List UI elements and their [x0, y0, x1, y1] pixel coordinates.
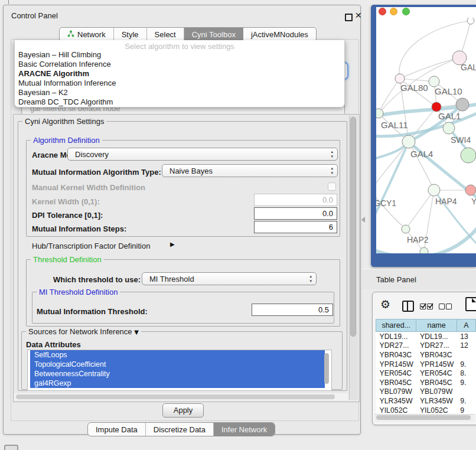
apply-button[interactable]: Apply: [162, 403, 204, 418]
table-cell: YER054C: [416, 369, 457, 378]
node-label: GAL10: [435, 86, 462, 96]
table-hscrollbar-thumb[interactable]: [376, 415, 471, 420]
node-label: HAP4: [435, 197, 457, 206]
algorithm-option[interactable]: Mutual Information Inference: [18, 79, 341, 88]
table-row[interactable]: YDR27...YDR27...12: [376, 341, 476, 351]
spinner-arrows-icon: ▴▾: [309, 274, 312, 283]
tab-network[interactable]: Network: [60, 28, 114, 41]
threshold-definition-title: Threshold Definition: [31, 255, 104, 264]
network-node[interactable]: [402, 135, 415, 148]
network-node[interactable]: [465, 185, 476, 195]
dpi-tolerance-label: DPI Tolerance [0,1]:: [32, 211, 103, 220]
minimize-traffic-light-icon[interactable]: [390, 8, 397, 15]
algorithm-option[interactable]: ARACNE Algorithm: [18, 69, 341, 79]
table-panel-title: Table Panel: [376, 275, 416, 284]
table-cell: YDL19...: [376, 332, 416, 341]
document-icon[interactable]: [465, 297, 476, 311]
close-traffic-light-icon[interactable]: [379, 8, 386, 15]
table-row[interactable]: YER054CYER054C8.: [376, 369, 476, 378]
algorithm-option[interactable]: Basic Correlation Inference: [18, 60, 341, 69]
node-attribute-table[interactable]: shared...nameAYDL19...YDL19...13YDR27...…: [376, 319, 476, 414]
mi-type-combobox[interactable]: Naive Bayes ▴▾: [162, 164, 338, 177]
column-header[interactable]: shared...: [376, 319, 416, 332]
tab-label: Cyni Toolbox: [192, 30, 236, 39]
network-node[interactable]: [443, 122, 455, 134]
table-row[interactable]: YIL052CYIL052C9: [376, 406, 476, 414]
tab-infer-network[interactable]: Infer Network: [214, 423, 275, 436]
node-label: GAL4: [410, 149, 433, 159]
table-cell: YDR27...: [416, 341, 457, 351]
gear-icon[interactable]: ⚙: [380, 298, 390, 311]
network-node[interactable]: [456, 98, 469, 111]
table-row[interactable]: YBR043CYBR043C: [376, 350, 476, 360]
data-attributes-list[interactable]: SelfLoopsTopologicalCoefficientBetweenne…: [27, 350, 332, 391]
mi-threshold-field[interactable]: [252, 304, 333, 316]
attribute-list-item[interactable]: BetweennessCentrality: [30, 369, 325, 379]
zoom-traffic-light-icon[interactable]: [402, 8, 410, 15]
unchecked-checkbox-icon[interactable]: [439, 304, 445, 309]
table-row[interactable]: YBL079WYBL079W: [376, 387, 476, 397]
network-node[interactable]: [402, 225, 410, 233]
table-row[interactable]: YDL19...YDL19...13: [376, 332, 476, 341]
unchecked-checkbox-icon[interactable]: [446, 304, 452, 309]
kernel-width-field[interactable]: [254, 194, 337, 206]
float-window-icon[interactable]: [345, 14, 353, 21]
network-node[interactable]: [428, 184, 440, 196]
network-node[interactable]: [420, 247, 428, 253]
network-node[interactable]: [429, 76, 439, 87]
hub-definition-toggle[interactable]: Hub/Transcription Factor Definition: [32, 242, 150, 250]
sources-group-title[interactable]: Sources for Network Inference ▼: [26, 327, 141, 336]
table-row[interactable]: YPR145WYPR145W9.: [376, 360, 476, 369]
network-node[interactable]: [467, 18, 474, 24]
table-cell: YDL19...: [416, 332, 457, 341]
mi-steps-field[interactable]: [254, 221, 337, 233]
attribute-list-item[interactable]: SelfLoops: [30, 350, 325, 360]
tab-impute-data[interactable]: Impute Data: [88, 423, 146, 436]
which-threshold-combobox[interactable]: MI Threshold ▴▾: [142, 272, 317, 285]
tab-style[interactable]: Style: [114, 28, 147, 41]
tab-cyni-toolbox[interactable]: Cyni Toolbox: [184, 28, 243, 41]
manual-kernel-label: Manual Kernel Width Definition: [32, 183, 145, 192]
table-cell: YDR27...: [376, 341, 416, 351]
settings-hscrollbar-thumb[interactable]: [16, 394, 335, 399]
dpi-tolerance-field[interactable]: [254, 207, 337, 220]
table-cell: 9.: [457, 396, 475, 406]
manual-kernel-checkbox[interactable]: [328, 182, 336, 191]
tab-select[interactable]: Select: [147, 28, 184, 41]
column-header[interactable]: A: [457, 319, 475, 332]
aracne-mode-combobox[interactable]: Discovery ▴▾: [67, 148, 338, 161]
algorithm-option[interactable]: Dream8 DC_TDC Algorithm: [18, 97, 341, 107]
panel-splitter-icon[interactable]: [361, 217, 365, 223]
minimized-panel-icon[interactable]: [4, 445, 18, 450]
collapsed-arrow-icon[interactable]: ▶: [170, 241, 175, 247]
checked-checkbox-icon[interactable]: [420, 304, 426, 309]
table-row[interactable]: YBR045CYBR045C9.: [376, 378, 476, 387]
table-cell: 13: [457, 332, 475, 341]
cyni-settings-group-title: Cyni Algorithm Settings: [22, 117, 106, 126]
close-icon[interactable]: ✕: [355, 11, 362, 20]
table-cell: [457, 350, 475, 360]
settings-vscrollbar-thumb[interactable]: [350, 117, 356, 337]
algorithm-option[interactable]: Bayesian – K2: [18, 88, 341, 97]
algorithm-option[interactable]: Bayesian – Hill Climbing: [18, 50, 341, 60]
attribute-list-item[interactable]: TopologicalCoefficient: [30, 360, 325, 369]
table-cell: YBL079W: [416, 387, 457, 397]
network-node[interactable]: [395, 74, 405, 83]
column-header[interactable]: name: [416, 319, 457, 332]
network-canvas[interactable]: GALGAL80GAL10GAL1GAL11SWI4GAL4GCY1HAP4YH…: [376, 18, 476, 253]
checked-checkbox-icon[interactable]: [427, 304, 433, 309]
network-node[interactable]: [432, 102, 441, 112]
attribute-list-item[interactable]: gal4RGexp: [30, 379, 325, 388]
network-edge: [376, 142, 409, 191]
table-row[interactable]: YLR345WYLR345W9.: [376, 396, 476, 406]
table-body-clip: shared...nameAYDL19...YDL19...13YDR27...…: [376, 319, 476, 414]
node-label: GCY1: [376, 198, 396, 208]
tab-discretize-data[interactable]: Discretize Data: [146, 423, 214, 436]
table-cell: YLR345W: [416, 396, 457, 406]
network-node[interactable]: [461, 148, 476, 163]
network-node[interactable]: [376, 109, 383, 118]
tab-jactivemnodules[interactable]: jActiveMNodules: [243, 28, 316, 41]
attributes-scrollbar-thumb[interactable]: [324, 353, 329, 384]
mi-threshold-group-title: MI Threshold Definition: [37, 288, 120, 296]
columns-icon[interactable]: [402, 301, 414, 312]
